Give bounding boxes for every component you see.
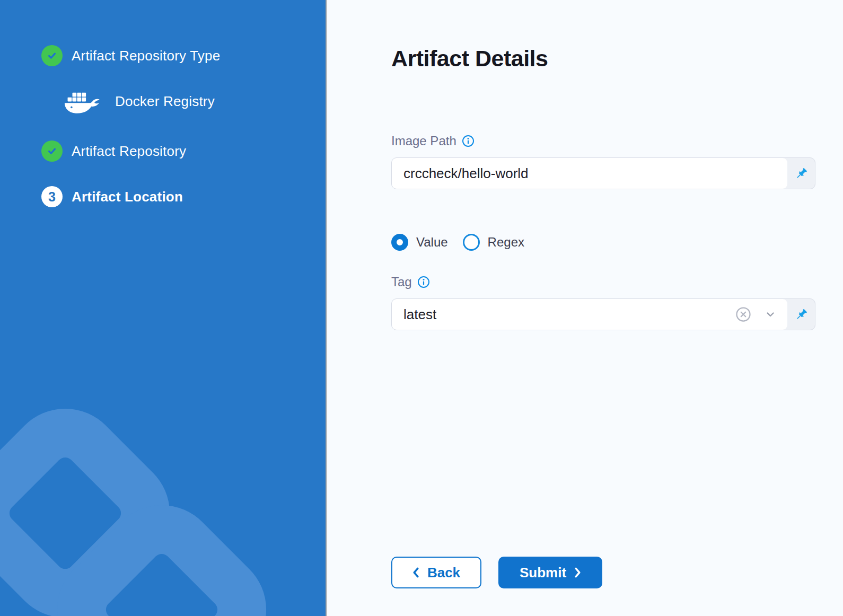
tag-type-radio-group: Value Regex [391,234,843,251]
clear-icon[interactable] [735,306,751,322]
chevron-left-icon [412,567,419,578]
wizard-steps: Artifact Repository Type Docker Registry [0,0,326,207]
artifact-details-panel: Artifact Details Image Path [327,0,843,616]
tag-input-wrap [392,299,787,330]
tag-label-row: Tag [391,274,843,290]
step-label: Artifact Location [72,189,183,205]
step-label: Artifact Repository [72,143,186,160]
check-icon [46,145,58,157]
info-icon[interactable] [417,276,430,288]
image-path-pin-button[interactable] [787,158,815,189]
tag-pin-button[interactable] [787,299,815,330]
image-path-label: Image Path [391,134,456,148]
substep-label: Docker Registry [115,93,215,110]
sidebar-step-artifact-repository[interactable]: Artifact Repository [41,140,326,162]
image-path-input-wrap [392,158,787,189]
chevron-right-icon [574,567,581,578]
step-number-badge: 3 [41,186,63,207]
back-button[interactable]: Back [391,557,481,588]
tag-label: Tag [391,275,412,289]
back-button-label: Back [427,565,460,581]
image-path-input[interactable] [403,165,779,182]
radio-label: Value [416,235,448,250]
step-complete-badge [41,45,63,66]
sidebar-substep-docker-registry: Docker Registry [61,87,326,115]
wizard-footer-buttons: Back Submit [391,557,602,588]
radio-option-value[interactable]: Value [391,234,448,251]
chevron-down-icon[interactable] [764,308,777,321]
info-icon[interactable] [462,135,475,147]
tag-input[interactable] [403,306,730,323]
radio-label: Regex [488,235,524,250]
image-path-input-group [391,157,815,189]
step-complete-badge [41,140,63,162]
docker-whale-icon [61,87,104,115]
submit-button-label: Submit [520,565,566,581]
pin-icon [794,307,809,322]
radio-option-regex[interactable]: Regex [463,234,524,251]
radio-selected-icon [391,234,408,251]
image-path-label-row: Image Path [391,133,843,149]
check-icon [46,50,58,61]
sidebar-step-artifact-repository-type[interactable]: Artifact Repository Type [41,45,326,66]
step-label: Artifact Repository Type [72,48,220,64]
wizard-sidebar: Artifact Repository Type Docker Registry [0,0,327,616]
sidebar-step-artifact-location[interactable]: 3 Artifact Location [41,186,326,207]
pin-icon [794,166,809,181]
submit-button[interactable]: Submit [498,557,602,588]
radio-unselected-icon [463,234,480,251]
tag-input-group [391,298,815,330]
page-title: Artifact Details [391,46,843,72]
